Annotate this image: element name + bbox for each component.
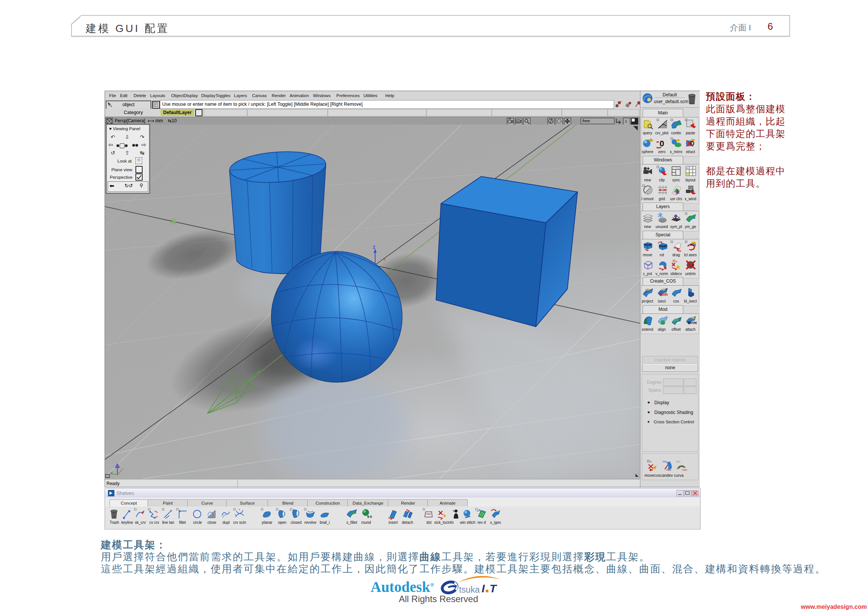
- svg-text:tsuka: tsuka: [459, 585, 480, 594]
- svg-text:local: local: [659, 244, 667, 248]
- svg-text:9.0: 9.0: [367, 515, 372, 518]
- svg-text:max: max: [682, 469, 687, 471]
- svg-text:local: local: [644, 243, 652, 247]
- svg-text:D: D: [690, 140, 694, 147]
- svg-text:x: x: [383, 256, 386, 262]
- svg-text:3: 3: [625, 119, 627, 123]
- svg-text:R: R: [687, 167, 688, 169]
- svg-text:blend: blend: [688, 321, 697, 325]
- svg-text:min: min: [663, 460, 667, 463]
- svg-text:u: u: [676, 260, 677, 263]
- svg-text:I: I: [482, 582, 485, 594]
- svg-text:z: z: [373, 244, 375, 250]
- svg-text:min: min: [676, 460, 680, 463]
- svg-text:both: both: [660, 292, 668, 296]
- svg-text:B: B: [517, 120, 519, 123]
- svg-text:0: 0: [660, 139, 664, 148]
- svg-text:T: T: [490, 582, 498, 594]
- svg-text:max: max: [666, 469, 671, 471]
